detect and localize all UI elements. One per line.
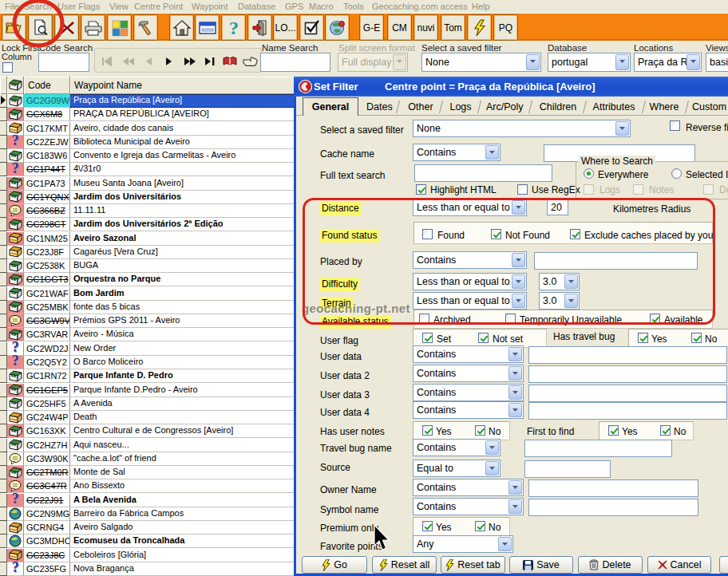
svg-text:?: ? [11, 135, 18, 148]
svg-text:?: ? [11, 562, 18, 575]
svg-text:?: ? [11, 341, 18, 355]
svg-text:?: ? [11, 163, 18, 176]
svg-text:?: ? [229, 18, 239, 37]
svg-text:?: ? [11, 355, 18, 369]
svg-text:?: ? [11, 493, 18, 507]
